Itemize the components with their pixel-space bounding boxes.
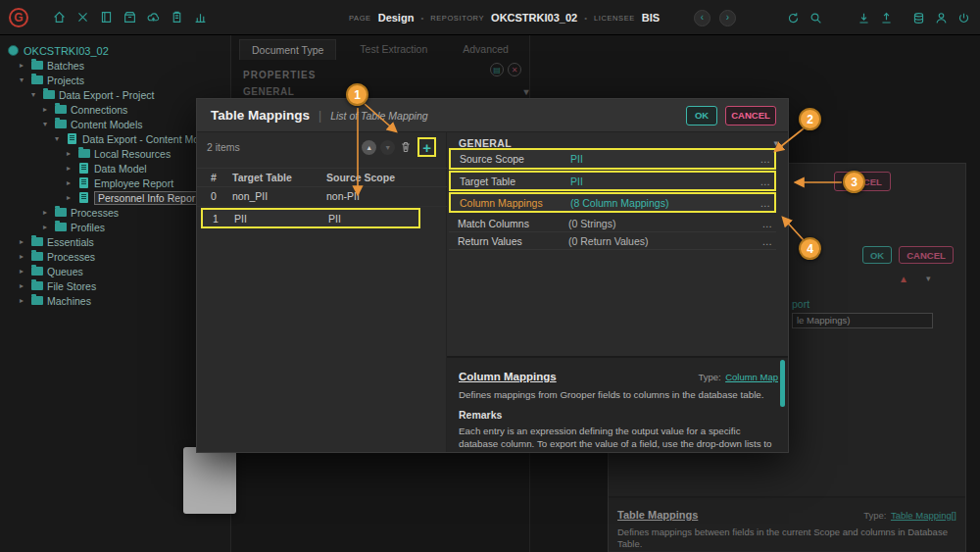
- mapping-properties-pane: GENERAL ▾ Source Scope PII … Target Tabl…: [447, 132, 789, 453]
- chevron-down-icon[interactable]: ▾: [20, 75, 29, 84]
- chart-icon[interactable]: [193, 11, 207, 25]
- ellipsis-button[interactable]: …: [759, 197, 774, 209]
- upload-icon[interactable]: [879, 11, 893, 25]
- box-icon[interactable]: [122, 11, 136, 25]
- content-model-icon: [68, 133, 76, 144]
- property-value: PII: [570, 153, 759, 165]
- forward-icon[interactable]: ›: [719, 10, 736, 26]
- user-icon[interactable]: [934, 11, 948, 25]
- chevron-down-icon[interactable]: ▾: [43, 120, 53, 128]
- chevron-down-icon[interactable]: ▾: [31, 90, 41, 99]
- chevron-right-icon[interactable]: ▸: [67, 164, 76, 173]
- add-icon[interactable]: +: [422, 140, 431, 155]
- cancel-button[interactable]: CANCEL: [899, 246, 954, 264]
- crumb-separator: •: [420, 14, 423, 23]
- ellipsis-button[interactable]: …: [759, 176, 774, 187]
- type-link[interactable]: Table Mapping[]: [891, 510, 956, 521]
- chevron-right-icon[interactable]: ▸: [20, 237, 29, 246]
- cancel-button[interactable]: CANCEL: [725, 106, 776, 125]
- ok-button[interactable]: OK: [862, 246, 892, 264]
- search-icon[interactable]: [808, 11, 822, 25]
- ellipsis-button[interactable]: …: [760, 235, 776, 247]
- folder-icon: [31, 267, 43, 276]
- property-value: (0 Strings): [568, 218, 760, 229]
- back-icon[interactable]: ‹: [694, 10, 710, 26]
- table-row[interactable]: 0 non_PII non-PII: [197, 187, 447, 207]
- app-window: G PAGE Design • REPOSITORY OKCSTRKI03_02…: [0, 0, 980, 552]
- property-row-column-mappings[interactable]: Column Mappings (8 Column Mappings) …: [449, 192, 776, 213]
- tree-item-batches[interactable]: ▸Batches: [0, 58, 230, 73]
- tree-item-projects[interactable]: ▾Projects: [0, 73, 230, 87]
- chevron-right-icon[interactable]: ▸: [43, 105, 53, 114]
- property-row-match-columns[interactable]: Match Columns (0 Strings) …: [449, 215, 776, 232]
- refresh-icon[interactable]: [786, 11, 800, 25]
- tree-item-label: Batches: [47, 60, 84, 72]
- title-separator: |: [318, 109, 321, 123]
- tab-document-type[interactable]: Document Type: [239, 39, 336, 60]
- clipboard-icon[interactable]: [170, 11, 183, 25]
- folder-icon: [55, 208, 67, 217]
- tab-advanced[interactable]: Advanced: [451, 39, 520, 60]
- ellipsis-button[interactable]: …: [760, 218, 776, 229]
- download-icon[interactable]: [857, 11, 870, 25]
- chevron-right-icon[interactable]: ▸: [67, 178, 76, 187]
- chevron-right-icon[interactable]: ▸: [20, 267, 29, 276]
- folder-icon: [31, 252, 43, 261]
- general-section-header[interactable]: GENERAL ▾: [243, 86, 529, 97]
- move-up-icon[interactable]: ▲: [362, 140, 376, 155]
- folder-icon: [31, 61, 43, 70]
- save-icon[interactable]: ▤: [490, 63, 504, 76]
- column-header-source-scope: Source Scope: [326, 172, 395, 183]
- folder-icon: [55, 120, 67, 128]
- tab-test-extraction[interactable]: Test Extraction: [348, 39, 439, 60]
- tree-item-label: Profiles: [71, 222, 105, 233]
- property-row-return-values[interactable]: Return Values (0 Return Values) …: [449, 232, 776, 250]
- chevron-down-icon[interactable]: ▾: [55, 134, 65, 143]
- tree-root-repository[interactable]: OKCSTRKI03_02: [0, 43, 230, 58]
- dialog-header: Table Mappings | List of Table Mapping O…: [197, 99, 789, 132]
- annotation-3: 3: [843, 171, 865, 193]
- power-icon[interactable]: [956, 11, 970, 25]
- folder-icon: [31, 281, 43, 290]
- property-row-target-table[interactable]: Target Table PII …: [449, 171, 776, 191]
- home-icon[interactable]: [52, 11, 66, 25]
- close-icon[interactable]: ✕: [508, 63, 521, 76]
- tab-bar: Document Type Test Extraction Advanced: [239, 39, 520, 60]
- type-link[interactable]: Column Map: [725, 372, 778, 382]
- chevron-right-icon[interactable]: ▸: [43, 208, 53, 217]
- database-icon[interactable]: [911, 11, 925, 25]
- chevron-right-icon[interactable]: ▸: [20, 252, 29, 261]
- chevron-right-icon[interactable]: ▸: [20, 281, 29, 290]
- chevron-right-icon[interactable]: ▸: [43, 223, 53, 231]
- cell-index: 1: [213, 213, 219, 225]
- delete-icon[interactable]: [399, 140, 413, 155]
- tools-icon[interactable]: [75, 11, 89, 25]
- property-label: Target Table: [451, 176, 570, 187]
- move-down-icon[interactable]: ▼: [380, 140, 395, 155]
- background-help-pane: Table Mappings Type: Table Mapping[] Def…: [609, 496, 965, 552]
- book-icon[interactable]: [99, 11, 113, 25]
- ok-button[interactable]: OK: [686, 106, 717, 125]
- chevron-right-icon[interactable]: ▸: [67, 193, 76, 202]
- chevron-right-icon[interactable]: ▸: [20, 296, 29, 305]
- folder-icon: [31, 237, 43, 246]
- table-mappings-field[interactable]: le Mappings): [792, 313, 933, 328]
- property-value: PII: [570, 176, 759, 187]
- property-row-source-scope[interactable]: Source Scope PII …: [449, 148, 776, 170]
- chevron-down-icon[interactable]: ▾: [926, 274, 931, 283]
- properties-title: PROPERTIES: [243, 70, 316, 80]
- type-label: Type:: [698, 372, 720, 382]
- folder-icon: [31, 296, 43, 305]
- cloud-upload-icon[interactable]: [146, 11, 160, 25]
- tree-item-label: Employee Report: [94, 177, 173, 189]
- cell-index: 0: [211, 190, 217, 202]
- ellipsis-button[interactable]: …: [759, 153, 774, 165]
- table-row-selected[interactable]: 1 PII PII: [201, 208, 420, 228]
- table-mappings-dialog: Table Mappings | List of Table Mapping O…: [196, 98, 789, 453]
- chevron-right-icon[interactable]: ▸: [20, 61, 29, 70]
- chevron-right-icon[interactable]: ▸: [67, 149, 76, 158]
- dialog-subtitle: List of Table Mapping: [330, 110, 427, 122]
- annotation-4: 4: [799, 237, 821, 260]
- scrollbar[interactable]: [780, 360, 785, 407]
- top-bar: G PAGE Design • REPOSITORY OKCSTRKI03_02…: [0, 0, 980, 35]
